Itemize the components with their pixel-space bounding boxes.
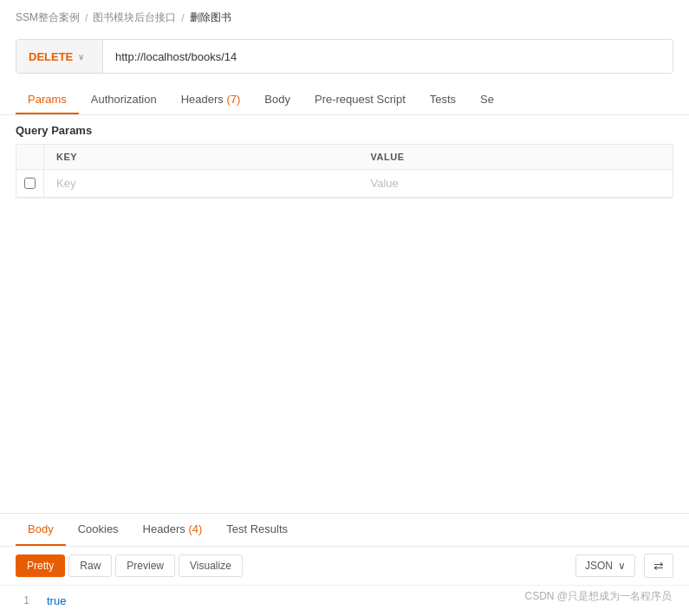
response-tab-testresults[interactable]: Test Results (214, 514, 300, 546)
line-number-1: 1 (16, 594, 29, 607)
tab-prerequest[interactable]: Pre-request Script (302, 86, 418, 114)
row-checkbox[interactable] (16, 170, 44, 197)
params-table: KEY VALUE Key Value (16, 144, 673, 198)
chevron-down-icon: ∨ (78, 52, 84, 62)
response-value-1: true (47, 594, 66, 607)
tab-authorization[interactable]: Authorization (79, 86, 169, 114)
header-checkbox-col (16, 145, 44, 169)
col-key-header: KEY (44, 145, 359, 169)
key-cell[interactable]: Key (44, 170, 359, 197)
wrap-icon: ⇄ (653, 559, 664, 573)
breadcrumb-item-1[interactable]: SSM整合案例 (16, 10, 80, 25)
format-raw-button[interactable]: Raw (68, 554, 112, 577)
empty-area (0, 198, 689, 513)
format-select-value: JSON (585, 560, 613, 572)
table-header: KEY VALUE (16, 145, 673, 170)
response-toolbar: Pretty Raw Preview Visualize JSON ∨ ⇄ (0, 547, 689, 586)
key-placeholder: Key (56, 177, 75, 190)
breadcrumb-sep-2: / (181, 12, 184, 24)
format-select[interactable]: JSON ∨ (575, 554, 635, 577)
response-tabs: Body Cookies Headers (4) Test Results (0, 514, 689, 547)
format-visualize-button[interactable]: Visualize (179, 554, 243, 577)
method-selector[interactable]: DELETE ∨ (16, 40, 103, 73)
method-label: DELETE (29, 50, 73, 63)
col-value-header: VALUE (359, 145, 673, 169)
wrap-button[interactable]: ⇄ (644, 554, 673, 578)
tab-body[interactable]: Body (252, 86, 302, 114)
footer-watermark: CSDN @只是想成为一名程序员 (524, 589, 672, 604)
format-select-chevron: ∨ (618, 560, 626, 572)
tab-params[interactable]: Params (16, 86, 79, 114)
breadcrumb: SSM整合案例 / 图书模块后台接口 / 删除图书 (0, 0, 689, 32)
response-tab-cookies[interactable]: Cookies (66, 514, 131, 546)
value-cell[interactable]: Value (359, 170, 673, 197)
breadcrumb-current: 删除图书 (190, 10, 231, 25)
request-tabs: Params Authorization Headers (7) Body Pr… (0, 86, 689, 115)
table-row: Key Value (16, 170, 673, 198)
query-params-label: Query Params (0, 115, 689, 144)
response-tab-body[interactable]: Body (16, 514, 66, 546)
format-pretty-button[interactable]: Pretty (16, 554, 65, 577)
tab-settings[interactable]: Se (468, 86, 506, 114)
response-headers-badge: (4) (188, 522, 202, 535)
tab-headers[interactable]: Headers (7) (169, 86, 253, 114)
row-checkbox-input[interactable] (24, 178, 36, 189)
request-bar: DELETE ∨ (16, 39, 673, 74)
headers-badge: (7) (226, 93, 240, 106)
format-preview-button[interactable]: Preview (115, 554, 175, 577)
breadcrumb-item-2[interactable]: 图书模块后台接口 (93, 10, 176, 25)
value-placeholder: Value (371, 177, 399, 190)
breadcrumb-sep-1: / (85, 12, 88, 24)
response-tab-headers[interactable]: Headers (4) (131, 514, 215, 546)
url-input[interactable] (103, 40, 673, 73)
tab-tests[interactable]: Tests (418, 86, 468, 114)
